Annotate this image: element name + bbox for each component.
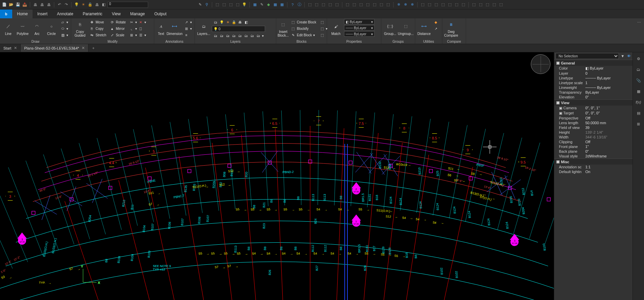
prop-val[interactable]: 0", 0", 1" [585,106,632,110]
tool-icon[interactable]: ⬚ [426,2,432,8]
annot-small-3[interactable]: ≡ [183,32,193,38]
group-button[interactable]: {⬚}Group... [383,19,398,38]
panel-icon[interactable]: ▤ [635,109,642,117]
help-icon[interactable]: ? [289,2,296,8]
editblock-button[interactable]: ✎Edit Block▾ [289,32,318,38]
prop-val[interactable]: 0", 0", 0" [585,111,632,115]
section-misc[interactable]: ▣ Misc [554,158,632,165]
circle-button[interactable]: ○Circle [45,19,59,38]
tool-icon[interactable]: ✎ [197,2,203,8]
panel-title-draw[interactable]: Draw [1,39,69,44]
prop-val[interactable]: ──── ByLayer [585,86,632,90]
prop-val[interactable]: 344'-6 13/16" [585,135,632,139]
prop-val[interactable]: 139'-2 1/4" [585,130,632,134]
arc-button[interactable]: ◠Arc [30,19,44,38]
rotate-button[interactable]: ⟳Rotate [108,19,127,25]
trim-button[interactable]: ✂▾ ✕▾ [128,19,147,25]
polyline-button[interactable]: 〰Polyline [16,19,30,38]
close-icon[interactable]: ✕ [14,46,17,50]
distance-button[interactable]: ⟷Distance [417,19,431,38]
print-icon[interactable]: 🖶 [32,2,38,8]
tool-icon[interactable]: ❄ [409,2,415,8]
prop-val[interactable]: 0" [585,95,632,99]
drawing-canvas[interactable]: Y X [0,52,554,300]
tool-icon[interactable]: ⬚ [327,2,333,8]
util-small-2[interactable]: ↗ [432,25,440,32]
tab-manage[interactable]: Manage [125,10,149,18]
tab-annotate[interactable]: Annotate [52,10,78,18]
tool-icon[interactable]: ⬚ [460,2,466,8]
tool-icon[interactable]: ⬚ [320,2,326,8]
panel-title-groups[interactable]: Groups [383,39,414,44]
tool-icon[interactable]: ❄ [402,2,408,8]
add-tab-button[interactable]: ＋ [88,44,98,52]
tool-icon[interactable]: ▦ [272,2,278,8]
filter-icon[interactable]: ▼ [620,54,625,58]
grid-icon[interactable]: ▦ [635,88,642,95]
color-swatch-icon[interactable]: ◧ [101,2,107,8]
saveas-icon[interactable]: 📥 [22,2,28,8]
text-button[interactable]: AText [156,19,166,38]
tool-icon[interactable]: ⬚ [378,2,384,8]
ungroup-button[interactable]: ⬚Ungroup... [398,19,413,38]
draw-small-3[interactable]: ▨▾ [59,32,69,38]
sun-icon[interactable]: ☀ [80,2,86,8]
tool-icon[interactable]: ⚲ [204,2,210,8]
annot-small-2[interactable]: ⊞▾ [183,25,193,32]
panel-title-blocks[interactable]: Blocks [278,39,325,44]
fillet-button[interactable]: ◟▾ ⎕ [128,25,147,32]
prop-val[interactable]: On [585,170,632,174]
tool-icon[interactable]: ❄ [396,2,402,8]
draw-small-2[interactable]: ⬭▾ [59,25,69,32]
doctab-file[interactable]: Plans-Sheet-S2-05-LEVELS3&4*✕ [21,44,88,52]
tool-icon[interactable]: ⬚ [447,2,453,8]
panel-title-annot[interactable]: Annotations [156,39,193,44]
new-file-icon[interactable]: 📄 [1,2,7,8]
tool-icon[interactable]: ⬚ [484,2,490,8]
util-small-1[interactable]: ◆ [432,19,440,25]
tool-icon[interactable]: ⬚ [385,2,391,8]
settings-icon[interactable]: ⚙ [635,55,642,62]
tool-icon[interactable]: ⬚ [344,2,350,8]
tool-icon[interactable]: ⬚ [498,2,504,8]
blockify-button[interactable]: ⬚Blockify [289,25,318,32]
tool-icon[interactable]: ⬚ [334,2,340,8]
prop-val[interactable]: Off [585,116,632,120]
tool-icon[interactable]: ◆ [265,2,271,8]
linetype-combo[interactable]: ─── ByLayer▾ [344,25,375,31]
printer-small-icon[interactable]: 🖶 [94,2,100,8]
tool-icon[interactable]: ⬚ [214,2,220,8]
layers-icon[interactable]: 🗂 [635,66,642,73]
tool-icon[interactable]: ⬚ [440,2,446,8]
section-view[interactable]: ▣ View [554,99,632,106]
drawing-viewport[interactable]: Y X 344.455.666.577.588.599.5 49'-0"19'-… [0,52,554,300]
tab-view[interactable]: View [107,10,125,18]
prop-val[interactable]: 1 [585,81,632,85]
tool-icon[interactable]: ⬚ [221,2,227,8]
copy-button[interactable]: ⎘Copy [88,25,108,32]
layer-quick-combo[interactable]: 0 [107,2,148,8]
doctab-start[interactable]: Start✕ [0,44,21,52]
info-icon[interactable]: ⓘ [296,2,302,8]
move-button[interactable]: ✥Move [88,19,108,25]
open-folder-icon[interactable]: 📂 [8,2,14,8]
stretch-button[interactable]: ⇆Stretch [88,32,108,38]
redo-icon[interactable]: ↷ [63,2,69,8]
tool-icon[interactable]: ⬚ [454,2,460,8]
layers-button[interactable]: 🗂Layers... [196,19,211,38]
tool-icon[interactable]: ⬚ [228,2,234,8]
tab-parametric[interactable]: Parametric [78,10,107,18]
insertblock-button[interactable]: ⬚Insert Block... [278,19,289,38]
prop-val[interactable]: ByLayer [585,90,632,94]
prop-val[interactable]: 2dWireframe [585,154,632,158]
function-icon[interactable]: f(x) [635,98,642,106]
undo-icon[interactable]: ↶ [56,2,62,8]
scale-button[interactable]: ⤢Scale [108,32,127,38]
panel-title-utilities[interactable]: Utilities [417,39,441,44]
tool-icon[interactable]: ⬚ [358,2,364,8]
prop-val[interactable]: 1" [585,145,632,149]
apps-icon[interactable]: ⊞ [635,120,642,128]
match-button[interactable]: 🖌Match [328,19,343,38]
tool-icon[interactable]: ⬚ [371,2,378,8]
dimension-button[interactable]: ⟷Dimension [167,19,182,38]
